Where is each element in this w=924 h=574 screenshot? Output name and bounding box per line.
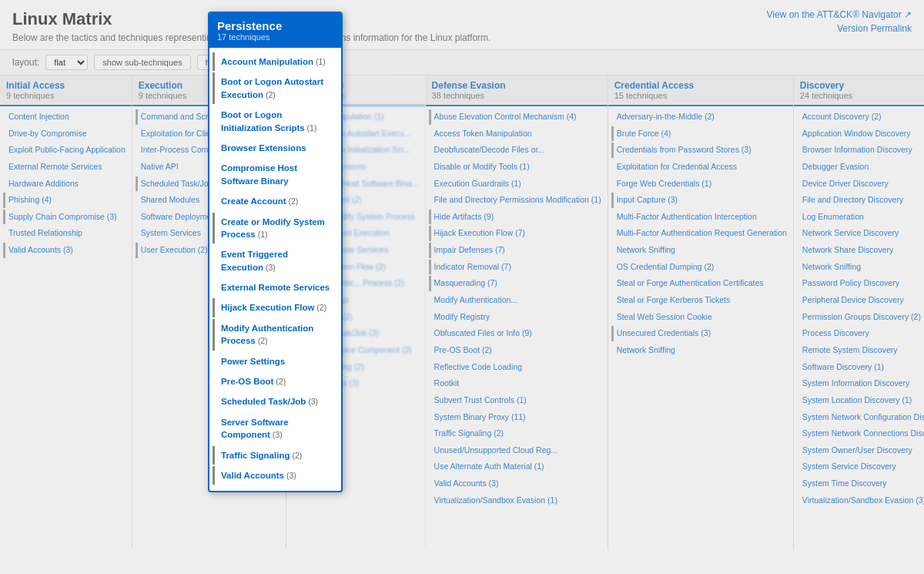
technique-item[interactable]: System Owner/User Discovery [797, 443, 924, 458]
technique-item[interactable]: Modify Registry [429, 310, 604, 325]
show-subtechniques-button[interactable]: show sub-techniques [94, 55, 190, 70]
technique-item[interactable]: System Binary Proxy (11) [429, 410, 604, 425]
technique-item[interactable]: External Remote Services [3, 159, 129, 175]
technique-item[interactable]: Subvert Trust Controls (1) [429, 393, 604, 408]
popup-technique-item[interactable]: Scheduled Task/Job (3) [213, 392, 338, 411]
popup-technique-item[interactable]: Traffic Signaling (2) [213, 446, 338, 465]
technique-item[interactable]: Rootkit [429, 376, 604, 391]
technique-item[interactable]: Virtualization/Sandbox Evasion (3) [797, 493, 924, 509]
technique-item[interactable]: Brute Force (4) [611, 126, 790, 142]
technique-item[interactable]: Supply Chain Compromise (3) [3, 210, 129, 225]
technique-item[interactable]: Remote System Discovery [797, 343, 924, 358]
popup-technique-item[interactable]: Browser Extensions [213, 139, 338, 157]
technique-item[interactable]: Device Driver Discovery [797, 176, 924, 192]
popup-technique-item[interactable]: Event Triggered Execution (3) [213, 245, 338, 277]
technique-item[interactable]: Multi-Factor Authentication Interception [611, 210, 790, 225]
technique-item[interactable]: System Location Discovery (1) [797, 393, 924, 408]
technique-item[interactable]: Hardware Additions [3, 176, 129, 192]
popup-technique-item[interactable]: Boot or Logon Autostart Execution (2) [213, 72, 338, 104]
technique-item[interactable]: Execution Guardrails (1) [429, 176, 604, 192]
technique-item[interactable]: Abuse Elevation Control Mechanism (4) [429, 109, 604, 125]
tactic-header[interactable]: Credential Access15 techniques [608, 76, 793, 106]
technique-item[interactable]: Trusted Relationship [3, 226, 129, 241]
technique-item[interactable]: Process Discovery [797, 326, 924, 341]
technique-item[interactable]: Network Service Discovery [797, 226, 924, 241]
popup-technique-item[interactable]: Valid Accounts (3) [213, 466, 338, 485]
popup-item-text: Event Triggered Execution [221, 250, 288, 271]
technique-item[interactable]: Peripheral Device Discovery [797, 293, 924, 308]
technique-item[interactable]: Unused/Unsupported Cloud Reg... [429, 443, 604, 458]
technique-item[interactable]: Hijack Execution Flow (7) [429, 226, 604, 241]
technique-item[interactable]: Adversary-in-the-Middle (2) [611, 109, 790, 125]
tactic-content: Account Discovery (2)Application Window … [794, 106, 924, 549]
technique-item[interactable]: Unsecured Credentials (3) [611, 326, 790, 341]
technique-item[interactable]: Deobfuscate/Decode Files or... [429, 143, 604, 158]
technique-item[interactable]: Software Discovery (1) [797, 360, 924, 375]
technique-item[interactable]: Log Enumeration [797, 210, 924, 225]
technique-item[interactable]: Hide Artifacts (9) [429, 210, 604, 225]
technique-item[interactable]: Valid Accounts (3) [429, 476, 604, 492]
technique-item[interactable]: Credentials from Password Stores (3) [611, 143, 790, 158]
technique-item[interactable]: System Network Configuration Discovery (… [797, 410, 924, 425]
technique-item[interactable]: Exploitation for Credential Access [611, 159, 790, 175]
navigator-link[interactable]: View on the ATT&CK® Navigator ↗ [767, 9, 912, 20]
technique-item[interactable]: Network Share Discovery [797, 243, 924, 258]
technique-item[interactable]: Pre-OS Boot (2) [429, 343, 604, 358]
technique-item[interactable]: Password Policy Discovery [797, 276, 924, 291]
technique-item[interactable]: Application Window Discovery [797, 126, 924, 142]
technique-item[interactable]: Drive-by Compromise [3, 126, 129, 142]
popup-technique-item[interactable]: Create Account (2) [213, 192, 338, 210]
tactic-header[interactable]: Defense Evasion38 techniques [426, 76, 608, 106]
technique-item[interactable]: Modify Authentication... [429, 293, 604, 308]
technique-item[interactable]: Obfuscated Files or Info (9) [429, 326, 604, 341]
technique-item[interactable]: Debugger Evasion [797, 159, 924, 175]
tactic-header[interactable]: Discovery24 techniques [794, 76, 924, 106]
technique-item[interactable]: Indicator Removal (7) [429, 260, 604, 275]
popup-technique-item[interactable]: Account Manipulation (1) [213, 52, 338, 71]
technique-item[interactable]: Phishing (4) [3, 193, 129, 208]
popup-technique-item[interactable]: External Remote Services [213, 278, 338, 297]
popup-technique-item[interactable]: Create or Modify System Process (1) [213, 213, 338, 244]
popup-technique-item[interactable]: Pre-OS Boot (2) [213, 372, 338, 391]
popup-technique-item[interactable]: Power Settings [213, 352, 338, 371]
technique-item[interactable]: System Network Connections Discovery [797, 426, 924, 441]
technique-item[interactable]: Network Sniffing [611, 343, 790, 358]
popup-technique-item[interactable]: Modify Authentication Process (2) [213, 319, 338, 351]
layout-select[interactable]: flat side mini [45, 55, 88, 70]
technique-item[interactable]: File and Directory Permissions Modificat… [429, 193, 604, 208]
technique-item[interactable]: Input Capture (3) [611, 193, 790, 208]
technique-item[interactable]: Steal or Forge Authentication Certificat… [611, 276, 790, 291]
popup-technique-item[interactable]: Server Software Component (3) [213, 413, 338, 445]
technique-item[interactable]: Network Sniffing [611, 243, 790, 258]
tactic-header[interactable]: Initial Access9 techniques [0, 76, 132, 106]
technique-item[interactable]: Masquerading (7) [429, 276, 604, 291]
technique-item[interactable]: Virtualization/Sandbox Evasion (1) [429, 493, 604, 509]
popup-technique-item[interactable]: Compromise Host Software Binary [213, 159, 338, 190]
technique-item[interactable]: Permission Groups Discovery (2) [797, 310, 924, 325]
technique-item[interactable]: Impair Defenses (7) [429, 243, 604, 258]
technique-item[interactable]: Disable or Modify Tools (1) [429, 159, 604, 175]
technique-item[interactable]: Steal Web Session Cookie [611, 310, 790, 325]
technique-item[interactable]: System Service Discovery [797, 459, 924, 475]
technique-item[interactable]: Network Sniffing [797, 260, 924, 275]
technique-item[interactable]: OS Credential Dumping (2) [611, 260, 790, 275]
tactic-name: Credential Access [614, 80, 787, 91]
technique-item[interactable]: Valid Accounts (3) [3, 243, 129, 258]
popup-technique-item[interactable]: Hijack Execution Flow (2) [213, 298, 338, 317]
technique-item[interactable]: Forge Web Credentials (1) [611, 176, 790, 192]
technique-item[interactable]: Exploit Public-Facing Application [3, 143, 129, 158]
permalink-link[interactable]: Version Permalink [767, 23, 912, 34]
popup-technique-item[interactable]: Boot or Logon Initialization Scripts (1) [213, 106, 338, 137]
technique-item[interactable]: System Information Discovery [797, 376, 924, 391]
technique-item[interactable]: System Time Discovery [797, 476, 924, 492]
technique-item[interactable]: Steal or Forge Kerberos Tickets [611, 293, 790, 308]
technique-item[interactable]: Reflective Code Loading [429, 360, 604, 375]
technique-item[interactable]: Browser Information Discovery [797, 143, 924, 158]
technique-item[interactable]: Multi-Factor Authentication Request Gene… [611, 226, 790, 241]
technique-item[interactable]: Account Discovery (2) [797, 109, 924, 125]
technique-item[interactable]: File and Directory Discovery [797, 193, 924, 208]
technique-item[interactable]: Content Injection [3, 109, 129, 125]
technique-item[interactable]: Use Alternate Auth Material (1) [429, 459, 604, 475]
technique-item[interactable]: Traffic Signaling (2) [429, 426, 604, 441]
technique-item[interactable]: Access Token Manipulation [429, 126, 604, 142]
